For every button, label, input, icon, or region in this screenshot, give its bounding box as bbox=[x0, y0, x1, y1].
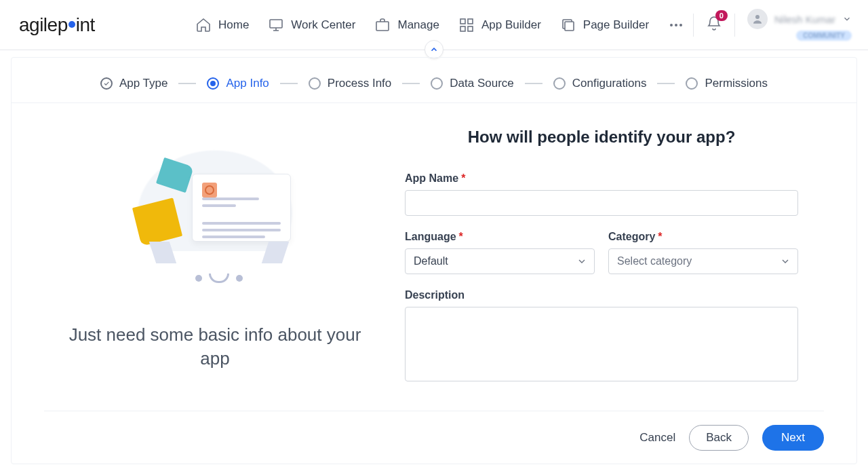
chevron-up-icon bbox=[429, 45, 439, 54]
step-connector bbox=[657, 83, 675, 84]
svg-point-9 bbox=[679, 24, 682, 26]
label-app-name: App Name* bbox=[405, 172, 798, 185]
svg-point-8 bbox=[675, 24, 677, 26]
nav-label: Page Builder bbox=[583, 18, 649, 32]
app-info-illustration bbox=[106, 128, 323, 318]
nav-label: App Builder bbox=[481, 18, 541, 32]
svg-point-7 bbox=[670, 24, 673, 26]
nav-label: Home bbox=[218, 18, 249, 32]
illustration-caption: Just need some basic info about your app bbox=[52, 323, 378, 371]
top-nav-right: 0 Nilesh Kumar COMMUNITY bbox=[693, 9, 852, 41]
nav-label: Manage bbox=[397, 18, 439, 32]
step-connector bbox=[178, 83, 196, 84]
wizard-footer: Cancel Back Next bbox=[44, 411, 824, 464]
field-app-name: App Name* bbox=[405, 172, 798, 216]
primary-nav: Home Work Center Manage App Builder Page… bbox=[195, 17, 684, 33]
svg-rect-0 bbox=[270, 20, 282, 28]
step-label: Data Source bbox=[450, 77, 514, 90]
step-data-source[interactable]: Data Source bbox=[431, 77, 514, 90]
step-label: Process Info bbox=[328, 77, 392, 90]
label-description: Description bbox=[405, 289, 798, 301]
chevron-down-icon bbox=[842, 14, 852, 24]
svg-rect-1 bbox=[376, 22, 389, 31]
svg-point-10 bbox=[755, 15, 760, 19]
notification-badge: 0 bbox=[715, 10, 728, 21]
radio-empty-icon bbox=[553, 77, 566, 90]
check-circle-icon bbox=[100, 77, 113, 90]
svg-rect-4 bbox=[460, 26, 465, 31]
home-icon bbox=[195, 17, 212, 33]
illustration-panel: Just need some basic info about your app bbox=[52, 128, 378, 399]
select-placeholder: Select category bbox=[617, 255, 692, 267]
divider bbox=[693, 14, 694, 37]
grid-icon bbox=[458, 17, 475, 33]
form-title: How will people identify your app? bbox=[405, 128, 798, 147]
divider bbox=[734, 14, 735, 37]
step-configurations[interactable]: Configurations bbox=[553, 77, 647, 90]
app-name-input[interactable] bbox=[405, 190, 798, 216]
brand-logo[interactable]: agilepint bbox=[19, 14, 127, 36]
briefcase-icon bbox=[374, 17, 391, 33]
svg-rect-2 bbox=[460, 19, 465, 24]
user-tag: COMMUNITY bbox=[796, 31, 852, 41]
select-value: Default bbox=[414, 255, 448, 267]
nav-work-center[interactable]: Work Center bbox=[268, 17, 355, 33]
required-indicator: * bbox=[459, 231, 463, 242]
language-select[interactable]: Default bbox=[405, 248, 595, 274]
step-app-type[interactable]: App Type bbox=[100, 77, 168, 90]
field-description: Description bbox=[405, 289, 798, 384]
nav-home[interactable]: Home bbox=[195, 17, 249, 33]
app-info-form: How will people identify your app? App N… bbox=[405, 128, 798, 399]
wizard-body: Just need some basic info about your app… bbox=[12, 103, 856, 399]
category-select[interactable]: Select category bbox=[608, 248, 798, 274]
user-name: Nilesh Kumar bbox=[774, 14, 835, 25]
monitor-icon bbox=[268, 17, 284, 33]
radio-empty-icon bbox=[686, 77, 698, 90]
radio-active-icon bbox=[207, 77, 219, 90]
step-connector bbox=[280, 83, 298, 84]
back-button[interactable]: Back bbox=[689, 425, 749, 451]
step-app-info[interactable]: App Info bbox=[207, 77, 269, 90]
required-indicator: * bbox=[461, 172, 465, 184]
step-connector bbox=[402, 83, 420, 84]
step-label: App Info bbox=[226, 77, 269, 90]
field-language: Language* Default bbox=[405, 231, 595, 274]
svg-rect-6 bbox=[565, 22, 574, 31]
step-connector bbox=[525, 83, 542, 84]
field-category: Category* Select category bbox=[608, 231, 798, 274]
step-label: Configurations bbox=[572, 77, 647, 90]
radio-empty-icon bbox=[431, 77, 443, 90]
wizard-card: App Type App Info Process Info Data Sour… bbox=[11, 57, 857, 464]
stepper: App Type App Info Process Info Data Sour… bbox=[12, 58, 856, 103]
svg-rect-5 bbox=[468, 26, 473, 31]
step-process-info[interactable]: Process Info bbox=[309, 77, 392, 90]
svg-rect-3 bbox=[468, 19, 473, 24]
copy-icon bbox=[560, 17, 576, 33]
step-label: App Type bbox=[119, 77, 168, 90]
collapse-nav-button[interactable] bbox=[425, 40, 443, 59]
nav-app-builder[interactable]: App Builder bbox=[458, 17, 541, 33]
chevron-down-icon bbox=[780, 256, 791, 267]
required-indicator: * bbox=[658, 231, 662, 242]
top-nav: agilepint Home Work Center Manage App Bu… bbox=[0, 0, 868, 50]
more-icon[interactable] bbox=[668, 17, 684, 33]
description-input[interactable] bbox=[405, 307, 798, 381]
chevron-down-icon bbox=[576, 256, 587, 267]
nav-manage[interactable]: Manage bbox=[374, 17, 439, 33]
next-button[interactable]: Next bbox=[762, 425, 824, 451]
user-menu[interactable]: Nilesh Kumar COMMUNITY bbox=[747, 9, 852, 41]
nav-label: Work Center bbox=[291, 18, 355, 32]
label-language: Language* bbox=[405, 231, 595, 243]
cancel-button[interactable]: Cancel bbox=[639, 431, 675, 445]
step-permissions[interactable]: Permissions bbox=[686, 77, 768, 90]
step-label: Permissions bbox=[705, 77, 768, 90]
avatar bbox=[747, 9, 768, 29]
nav-page-builder[interactable]: Page Builder bbox=[560, 17, 649, 33]
label-category: Category* bbox=[608, 231, 798, 243]
radio-empty-icon bbox=[309, 77, 321, 90]
notifications-button[interactable]: 0 bbox=[706, 16, 722, 35]
